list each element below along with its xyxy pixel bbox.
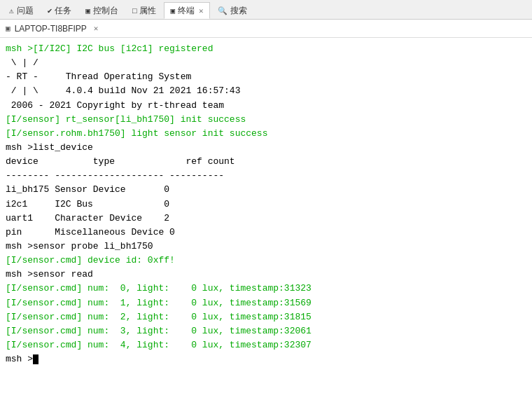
- tab-terminal[interactable]: ▣ 终端 ✕: [164, 2, 209, 19]
- issues-icon: ⚠: [9, 6, 14, 15]
- terminal-line: [I/sensor.cmd] num: 0, light: 0 lux, tim…: [6, 282, 526, 296]
- terminal-line: 2006 - 2021 Copyright by rt-thread team: [6, 99, 526, 113]
- terminal-line: [I/sensor] rt_sensor[li_bh1750] init suc…: [6, 113, 526, 127]
- tab-issues-label: 问题: [17, 5, 34, 17]
- terminal-content[interactable]: msh >[I/I2C] I2C bus [i2c1] registered \…: [0, 38, 532, 393]
- search-icon: 🔍: [218, 6, 227, 15]
- terminal-line: pin Miscellaneous Device 0: [6, 226, 526, 240]
- terminal-line: li_bh175 Sensor Device 0: [6, 183, 526, 197]
- window-icon: ▣: [6, 24, 10, 33]
- terminal-line: [I/sensor.cmd] device id: 0xff!: [6, 254, 526, 268]
- terminal-line: msh >[I/I2C] I2C bus [i2c1] registered: [6, 42, 526, 56]
- window-title: LAPTOP-TI8BFIPP: [15, 24, 87, 34]
- terminal-line: [I/sensor.rohm.bh1750] light sensor init…: [6, 127, 526, 141]
- terminal-line: device type ref count: [6, 155, 526, 169]
- terminal-line: i2c1 I2C Bus 0: [6, 198, 526, 212]
- tab-issues[interactable]: ⚠ 问题: [3, 2, 40, 19]
- tab-tasks-label: 任务: [55, 5, 71, 17]
- terminal-cursor: [33, 354, 38, 364]
- terminal-line: msh >sensor probe li_bh1750: [6, 240, 526, 254]
- terminal-line: / | \ 4.0.4 build Nov 21 2021 16:57:43: [6, 84, 526, 98]
- tab-search[interactable]: 🔍 搜索: [211, 2, 253, 19]
- terminal-line: [I/sensor.cmd] num: 3, light: 0 lux, tim…: [6, 324, 526, 338]
- terminal-line: [I/sensor.cmd] num: 4, light: 0 lux, tim…: [6, 338, 526, 352]
- terminal-line: uart1 Character Device 2: [6, 212, 526, 226]
- tab-properties[interactable]: □ 属性: [126, 2, 163, 19]
- terminal-line: -------- -------------------- ----------: [6, 169, 526, 183]
- tab-bar: ⚠ 问题 ✔ 任务 ▣ 控制台 □ 属性 ▣ 终端 ✕ 🔍 搜索: [0, 0, 532, 20]
- window-close-icon[interactable]: ✕: [94, 24, 99, 33]
- properties-icon: □: [132, 7, 137, 15]
- window-area: ▣ LAPTOP-TI8BFIPP ✕ msh >[I/I2C] I2C bus…: [0, 20, 532, 393]
- tasks-icon: ✔: [48, 6, 52, 15]
- tab-console[interactable]: ▣ 控制台: [79, 2, 125, 19]
- console-icon: ▣: [85, 6, 90, 15]
- terminal-line: [I/sensor.cmd] num: 2, light: 0 lux, tim…: [6, 310, 526, 324]
- terminal-line: msh >: [6, 352, 526, 366]
- terminal-line: \ | /: [6, 56, 526, 70]
- window-title-bar: ▣ LAPTOP-TI8BFIPP ✕: [0, 20, 532, 38]
- terminal-line: msh >sensor read: [6, 268, 526, 282]
- terminal-line: msh >list_device: [6, 141, 526, 155]
- terminal-line: [I/sensor.cmd] num: 1, light: 0 lux, tim…: [6, 296, 526, 310]
- terminal-line: - RT - Thread Operating System: [6, 70, 526, 84]
- terminal-close-icon[interactable]: ✕: [199, 6, 204, 15]
- tab-tasks[interactable]: ✔ 任务: [41, 2, 78, 19]
- tab-console-label: 控制台: [93, 5, 118, 17]
- tab-properties-label: 属性: [139, 5, 156, 17]
- tab-search-label: 搜索: [230, 5, 247, 17]
- tab-terminal-label: 终端: [178, 5, 195, 17]
- terminal-icon: ▣: [170, 6, 175, 15]
